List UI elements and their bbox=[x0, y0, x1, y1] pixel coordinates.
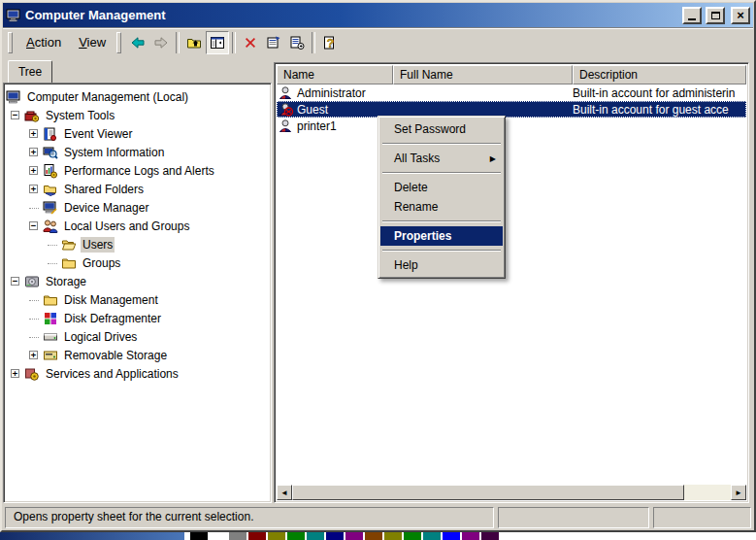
minimize-button[interactable] bbox=[682, 7, 702, 24]
local-users-groups-icon bbox=[43, 219, 58, 234]
folder-open-icon bbox=[61, 237, 77, 253]
menu-item-set-password[interactable]: Set Password bbox=[380, 119, 503, 139]
help-button[interactable]: ? bbox=[318, 31, 342, 54]
collapse-icon[interactable]: − bbox=[11, 277, 19, 286]
tree-item-system-tools[interactable]: −System Tools bbox=[4, 106, 271, 124]
cell-name: Guest bbox=[277, 102, 393, 118]
console-tree-icon bbox=[210, 35, 225, 51]
expand-icon[interactable]: + bbox=[29, 166, 38, 175]
window-title: Computer Management bbox=[25, 8, 678, 22]
user-icon bbox=[279, 118, 294, 134]
palette-color-block bbox=[287, 532, 305, 540]
tree-item-label: Local Users and Groups bbox=[62, 219, 191, 234]
list-row-printer1[interactable]: printer1 bbox=[277, 118, 746, 134]
tree-item-system-information[interactable]: +System Information bbox=[4, 143, 271, 161]
menu-item-delete[interactable]: Delete bbox=[380, 178, 503, 197]
tree-item-disk-management[interactable]: Disk Management bbox=[4, 290, 271, 309]
tree-item-label: Logical Drives bbox=[62, 329, 139, 345]
tree-item-computer-management-local[interactable]: Computer Management (Local) bbox=[4, 87, 271, 106]
palette-color-block bbox=[248, 532, 266, 540]
menu-item-label: All Tasks bbox=[394, 152, 440, 165]
close-button[interactable]: × bbox=[731, 7, 750, 24]
tree-item-performance-logs-and-alerts[interactable]: +Performance Logs and Alerts bbox=[4, 161, 271, 180]
user-icon bbox=[279, 85, 294, 101]
color-palette-strip bbox=[190, 532, 499, 540]
delete-button[interactable] bbox=[239, 31, 262, 54]
scroll-right-button[interactable]: ► bbox=[731, 485, 746, 500]
tree-item-device-manager[interactable]: Device Manager bbox=[4, 198, 271, 217]
horizontal-scrollbar[interactable]: ◄ ► bbox=[277, 485, 746, 500]
tree-item-removable-storage[interactable]: +Removable Storage bbox=[4, 346, 271, 364]
menu-item-properties[interactable]: Properties bbox=[380, 226, 503, 246]
palette-color-block bbox=[423, 532, 441, 540]
column-header-name[interactable]: Name bbox=[277, 65, 393, 84]
expand-icon[interactable]: + bbox=[29, 129, 38, 138]
palette-color-block bbox=[462, 532, 479, 540]
menu-view[interactable]: View bbox=[70, 32, 115, 53]
toolbar-separator bbox=[312, 32, 315, 53]
expand-icon[interactable]: + bbox=[29, 185, 38, 193]
collapse-icon[interactable]: − bbox=[29, 221, 38, 230]
scroll-left-button[interactable]: ◄ bbox=[277, 485, 292, 500]
toolbar-gripper[interactable] bbox=[116, 32, 121, 53]
palette-color-block bbox=[229, 532, 247, 540]
menu-item-rename[interactable]: Rename bbox=[380, 197, 503, 217]
tab-tree[interactable]: Tree bbox=[8, 60, 52, 83]
menu-separator bbox=[382, 172, 501, 174]
tree-connector bbox=[29, 299, 39, 301]
result-list: Name Full Name Description Administrator… bbox=[274, 62, 749, 503]
computer-icon bbox=[6, 89, 21, 105]
tree-item-label: Users bbox=[81, 237, 115, 253]
column-header-description[interactable]: Description bbox=[573, 65, 746, 84]
show-hide-tree-button[interactable] bbox=[206, 31, 229, 54]
cell-name: printer1 bbox=[277, 118, 393, 134]
properties-icon bbox=[266, 35, 281, 51]
list-row-administrator[interactable]: AdministratorBuilt-in account for admini… bbox=[277, 84, 746, 101]
forward-button[interactable] bbox=[149, 31, 173, 54]
tree-item-disk-defragmenter[interactable]: Disk Defragmenter bbox=[4, 309, 271, 327]
properties-button[interactable] bbox=[262, 31, 285, 54]
arrow-left-icon bbox=[130, 35, 146, 51]
tree-item-users[interactable]: Users bbox=[4, 235, 271, 253]
expand-icon[interactable]: + bbox=[29, 148, 38, 156]
tree-item-label: System Information bbox=[62, 145, 166, 160]
palette-color-block bbox=[190, 532, 208, 540]
column-header-full-name[interactable]: Full Name bbox=[393, 65, 573, 84]
palette-color-block bbox=[326, 532, 344, 540]
expand-icon[interactable]: + bbox=[29, 351, 38, 359]
tree-item-groups[interactable]: Groups bbox=[4, 253, 271, 272]
tree-item-event-viewer[interactable]: +Event Viewer bbox=[4, 124, 271, 143]
list-header: Name Full Name Description bbox=[277, 65, 746, 84]
palette-color-block bbox=[365, 532, 382, 540]
scrollbar-thumb[interactable] bbox=[292, 485, 684, 500]
tree-item-label: Event Viewer bbox=[62, 126, 134, 142]
tree-item-storage[interactable]: −Storage bbox=[4, 272, 271, 290]
tree-item-logical-drives[interactable]: Logical Drives bbox=[4, 327, 271, 346]
svg-text:?: ? bbox=[327, 36, 334, 50]
collapse-icon[interactable]: − bbox=[11, 111, 19, 119]
back-button[interactable] bbox=[126, 31, 149, 54]
services-applications-icon bbox=[24, 366, 40, 382]
user-name: printer1 bbox=[297, 119, 337, 133]
menu-item-label: Properties bbox=[394, 229, 451, 243]
menu-action[interactable]: Action bbox=[17, 32, 70, 53]
palette-color-block bbox=[345, 532, 363, 540]
maximize-button[interactable] bbox=[706, 7, 725, 24]
scrollbar-track[interactable] bbox=[684, 485, 731, 500]
toolbar-gripper[interactable] bbox=[8, 32, 13, 53]
tree-item-services-and-applications[interactable]: +Services and Applications bbox=[4, 364, 271, 383]
logical-drives-icon bbox=[43, 329, 58, 345]
export-list-button[interactable] bbox=[285, 31, 309, 54]
expand-icon[interactable]: + bbox=[11, 369, 19, 378]
context-menu: Set PasswordAll Tasks▶DeleteRenameProper… bbox=[378, 116, 506, 279]
list-row-guest[interactable]: GuestBuilt-in account for guest acce bbox=[277, 101, 746, 118]
menu-item-label: Delete bbox=[394, 181, 428, 194]
palette-color-block bbox=[210, 532, 227, 540]
menu-item-all-tasks[interactable]: All Tasks▶ bbox=[380, 149, 503, 168]
tree-item-local-users-and-groups[interactable]: −Local Users and Groups bbox=[4, 217, 271, 235]
menu-separator bbox=[382, 220, 501, 222]
menu-item-help[interactable]: Help bbox=[380, 255, 503, 275]
up-one-level-button[interactable] bbox=[182, 31, 206, 54]
menu-item-label: Set Password bbox=[394, 122, 466, 136]
tree-item-shared-folders[interactable]: +Shared Folders bbox=[4, 180, 271, 198]
